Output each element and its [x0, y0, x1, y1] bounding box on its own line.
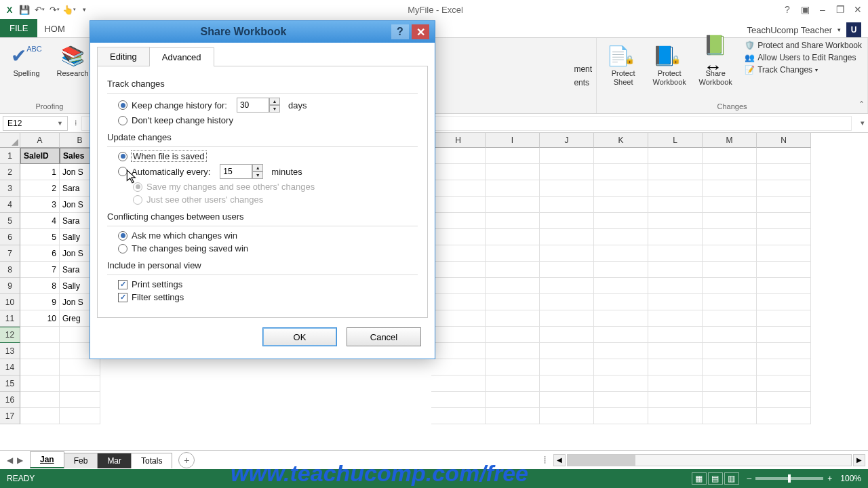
undo-icon[interactable]: ↶▾ [33, 3, 46, 16]
days-spin-down[interactable]: ▼ [269, 105, 280, 113]
col-header[interactable]: M [703, 133, 757, 148]
protect-workbook-button[interactable]: 📘🔒 Protect Workbook [648, 41, 690, 87]
ok-button[interactable]: OK [262, 327, 337, 346]
qat-customize-icon[interactable]: ▾ [77, 3, 91, 16]
close-icon[interactable]: ✕ [850, 2, 865, 17]
save-icon[interactable]: 💾 [18, 3, 31, 16]
radio-when-saved[interactable] [118, 152, 127, 161]
col-header[interactable]: N [757, 133, 811, 148]
radio-keep-history[interactable] [118, 100, 127, 110]
research-button[interactable]: 📚 Research [52, 41, 94, 78]
row-header[interactable]: 3 [0, 180, 20, 197]
label-filter-settings[interactable]: Filter settings [132, 292, 184, 302]
minutes-spin-down[interactable]: ▼ [252, 171, 263, 179]
label-saved-win[interactable]: The changes being saved win [132, 243, 248, 253]
col-header[interactable]: K [594, 133, 648, 148]
view-normal-icon[interactable]: ▦ [692, 472, 707, 485]
row-header[interactable]: 8 [0, 262, 20, 278]
checkbox-filter-settings[interactable] [118, 293, 127, 302]
sheet-tab-mar[interactable]: Mar [97, 453, 132, 468]
sheet-tab-feb[interactable]: Feb [64, 453, 98, 468]
dialog-tab-advanced[interactable]: Advanced [149, 47, 214, 66]
row-header[interactable]: 9 [0, 278, 20, 294]
scroll-thumb[interactable] [568, 455, 635, 466]
sheet-tab-totals[interactable]: Totals [131, 453, 172, 468]
label-auto-every[interactable]: Automatically every: [132, 167, 210, 177]
cell[interactable]: SaleID [20, 148, 60, 164]
zoom-level[interactable]: 100% [840, 474, 861, 483]
row-header[interactable]: 6 [0, 229, 20, 245]
label-ask-which-wins[interactable]: Ask me which changes win [132, 230, 237, 241]
scroll-right-icon[interactable]: ▶ [853, 454, 865, 466]
label-keep-history[interactable]: Keep change history for: [132, 100, 227, 110]
tab-home-partial[interactable]: HOM [37, 20, 71, 37]
view-page-break-icon[interactable]: ▥ [724, 472, 739, 485]
col-header[interactable]: J [540, 133, 594, 148]
checkbox-print-settings[interactable] [118, 280, 127, 289]
input-days[interactable] [237, 98, 269, 113]
row-header[interactable]: 12 [0, 327, 20, 343]
zoom-out-icon[interactable]: – [747, 474, 752, 483]
formula-bar-expand-icon[interactable]: ▾ [857, 119, 868, 127]
cell[interactable]: 3 [20, 197, 60, 213]
tab-file[interactable]: FILE [0, 19, 37, 37]
col-header[interactable]: A [20, 133, 60, 148]
row-header[interactable]: 15 [0, 375, 20, 392]
help-icon[interactable]: ? [780, 2, 795, 17]
cell[interactable]: 1 [20, 164, 60, 180]
minutes-spin-up[interactable]: ▲ [252, 164, 263, 171]
dialog-close-icon[interactable]: ✕ [412, 24, 429, 39]
zoom-in-icon[interactable]: + [827, 474, 832, 483]
days-spin-up[interactable]: ▲ [269, 98, 280, 105]
col-header[interactable]: L [648, 133, 703, 148]
view-page-layout-icon[interactable]: ▤ [708, 472, 723, 485]
radio-ask-which-wins[interactable] [118, 231, 127, 241]
signed-in-user[interactable]: TeachUcomp Teacher ▾ U [747, 22, 869, 37]
dialog-help-icon[interactable]: ? [391, 24, 409, 39]
sheet-tab-jan[interactable]: Jan [30, 451, 64, 468]
row-header[interactable]: 4 [0, 197, 20, 213]
name-box[interactable]: E12 ▼ [3, 116, 68, 131]
row-header[interactable]: 16 [0, 392, 20, 408]
redo-icon[interactable]: ↷▾ [47, 3, 61, 16]
row-header[interactable]: 2 [0, 164, 20, 180]
sheet-nav-prev-icon[interactable]: ◀ [7, 455, 13, 465]
spelling-button[interactable]: ✔ABC Spelling [5, 41, 47, 78]
zoom-slider[interactable] [755, 477, 823, 480]
sheet-nav-next-icon[interactable]: ▶ [17, 455, 23, 465]
restore-icon[interactable]: ❐ [833, 2, 848, 17]
cell[interactable]: 7 [20, 262, 60, 278]
row-header[interactable]: 5 [0, 213, 20, 229]
dialog-tab-editing[interactable]: Editing [97, 47, 150, 66]
label-dont-keep[interactable]: Don't keep change history [132, 115, 233, 125]
horizontal-scrollbar[interactable]: ⁞ ◀ ▶ [195, 453, 868, 466]
row-header[interactable]: 13 [0, 343, 20, 359]
cell[interactable]: 6 [20, 245, 60, 262]
share-workbook-button[interactable]: 📗↔ Share Workbook [694, 41, 736, 87]
cell[interactable]: 4 [20, 213, 60, 229]
row-header[interactable]: 1 [0, 148, 20, 164]
cell[interactable]: 5 [20, 229, 60, 245]
cell[interactable]: 10 [20, 310, 60, 327]
radio-dont-keep-history[interactable] [118, 116, 127, 125]
input-minutes[interactable] [220, 164, 252, 179]
select-all-corner[interactable] [0, 133, 20, 148]
excel-icon[interactable]: X [3, 3, 16, 16]
protect-and-share-button[interactable]: 🛡️Protect and Share Workbook [745, 41, 862, 50]
radio-auto-every[interactable] [118, 167, 127, 176]
label-when-saved[interactable]: When file is saved [132, 151, 206, 161]
cell[interactable]: 9 [20, 294, 60, 310]
ribbon-display-options-icon[interactable]: ▣ [797, 2, 812, 17]
cell[interactable]: 8 [20, 278, 60, 294]
allow-users-edit-button[interactable]: 👥Allow Users to Edit Ranges [745, 53, 862, 62]
minimize-icon[interactable]: – [815, 2, 830, 17]
dialog-titlebar[interactable]: Share Workbook ? ✕ [90, 21, 435, 43]
row-header[interactable]: 14 [0, 359, 20, 375]
track-changes-button[interactable]: 📝Track Changes▾ [745, 65, 862, 75]
row-header[interactable]: 11 [0, 310, 20, 327]
cell[interactable]: 2 [20, 180, 60, 197]
new-sheet-button[interactable]: + [178, 452, 195, 468]
row-header[interactable]: 10 [0, 294, 20, 310]
cancel-button[interactable]: Cancel [347, 327, 421, 346]
touch-mode-icon[interactable]: 👆▾ [62, 3, 76, 16]
